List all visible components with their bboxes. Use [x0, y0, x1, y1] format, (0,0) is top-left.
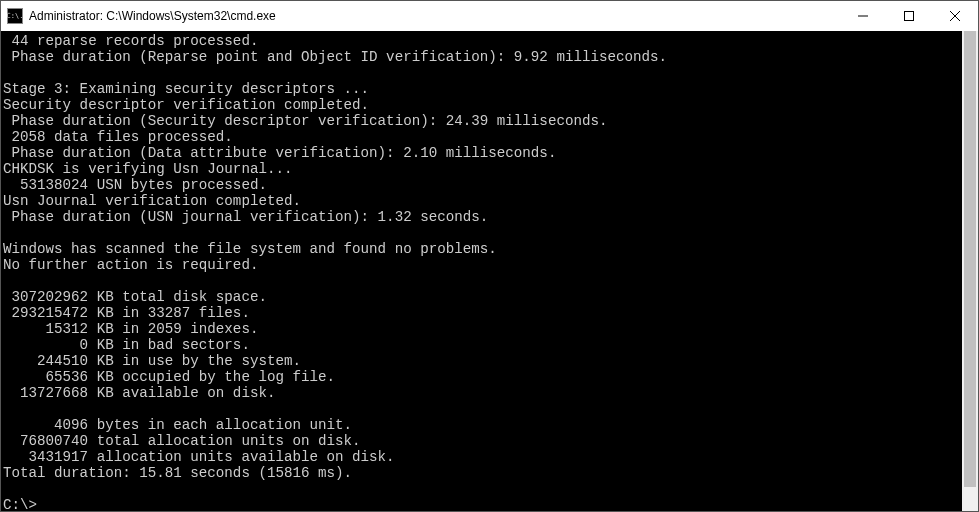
- close-button[interactable]: [932, 1, 978, 31]
- terminal-output[interactable]: 44 reparse records processed. Phase dura…: [1, 31, 962, 511]
- scrollbar-thumb[interactable]: [964, 31, 976, 487]
- terminal-area: 44 reparse records processed. Phase dura…: [1, 31, 978, 511]
- maximize-button[interactable]: [886, 1, 932, 31]
- vertical-scrollbar[interactable]: [962, 31, 978, 511]
- cmd-window: C:\. Administrator: C:\Windows\System32\…: [0, 0, 979, 512]
- titlebar[interactable]: C:\. Administrator: C:\Windows\System32\…: [1, 1, 978, 31]
- cmd-icon: C:\.: [7, 8, 23, 24]
- minimize-button[interactable]: [840, 1, 886, 31]
- svg-rect-1: [905, 12, 914, 21]
- maximize-icon: [904, 11, 914, 21]
- close-icon: [950, 11, 960, 21]
- window-controls: [840, 1, 978, 31]
- minimize-icon: [858, 11, 868, 21]
- prompt[interactable]: C:\>: [3, 497, 37, 511]
- window-title: Administrator: C:\Windows\System32\cmd.e…: [29, 9, 276, 23]
